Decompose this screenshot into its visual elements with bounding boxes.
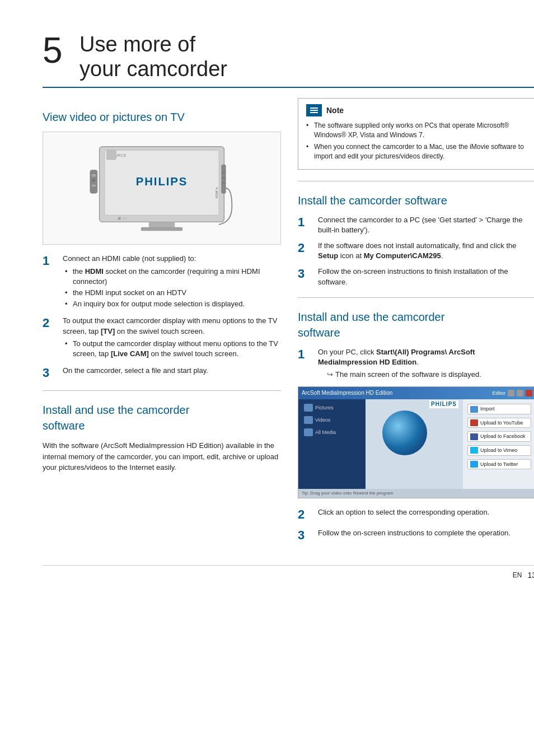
note-bullet-1: The software supplied only works on PCs … bbox=[306, 121, 528, 140]
install-use-intro: With the software (ArcSoft MediaImpressi… bbox=[43, 440, 281, 473]
chapter-number: 5 bbox=[43, 32, 71, 68]
note-bullet-2: When you connect the camcorder to a Mac,… bbox=[306, 142, 528, 161]
tv-step-1-bullets: the HDMI socket on the camcorder (requir… bbox=[65, 267, 281, 310]
page-footer-number: 13 bbox=[527, 570, 534, 581]
tv-step-1-bullet-1: the HDMI socket on the camcorder (requir… bbox=[65, 267, 281, 287]
tv-step-1: 1 Connect an HDMI cable (not supplied) t… bbox=[43, 254, 281, 310]
sw-sidebar-videos: Videos bbox=[302, 415, 362, 425]
install-use-step-2-number: 2 bbox=[298, 507, 313, 522]
tv-step-1-content: Connect an HDMI cable (not supplied) to:… bbox=[63, 254, 281, 310]
install-use-step-3: 3 Follow the on-screen instructions to c… bbox=[298, 528, 534, 543]
sw-vimeo-btn[interactable]: Upload to Vimeo bbox=[467, 445, 531, 456]
sw-philips-logo: PHILIPS bbox=[429, 400, 458, 408]
tv-step-2-bullet-1: To output the camcorder display without … bbox=[65, 339, 281, 359]
sw-facebook-icon bbox=[470, 433, 478, 440]
note-bullets: The software supplied only works on PCs … bbox=[306, 121, 528, 161]
sw-twitter-btn[interactable]: Upload to Twitter bbox=[467, 459, 531, 470]
install-use-step-2: 2 Click an option to select the correspo… bbox=[298, 507, 534, 522]
note-box: Note The software supplied only works on… bbox=[298, 98, 534, 169]
svg-text:PHILIPS: PHILIPS bbox=[136, 176, 188, 188]
note-icon-lines bbox=[310, 108, 318, 113]
install-step-1-number: 1 bbox=[298, 215, 313, 230]
install-step-3-number: 3 bbox=[298, 267, 313, 281]
svg-rect-15 bbox=[92, 185, 96, 187]
sw-sidebar-videos-icon bbox=[304, 416, 313, 424]
sw-body: Pictures Videos All Media PHIL bbox=[298, 399, 534, 498]
sw-facebook-btn[interactable]: Upload to Facebook bbox=[467, 431, 531, 442]
install-step-3: 3 Follow the on-screen instructions to f… bbox=[298, 267, 534, 287]
tv-svg: PHILIPS SOURCE HDMI In bbox=[89, 138, 235, 239]
software-screenshot: ArcSoft MediaImpression HD Edition Edito… bbox=[298, 386, 534, 498]
tv-step-1-number: 1 bbox=[43, 254, 58, 268]
install-step-2: 2 If the software does not install autom… bbox=[298, 241, 534, 261]
sw-sidebar: Pictures Videos All Media bbox=[298, 399, 366, 498]
sw-vimeo-icon bbox=[470, 447, 478, 454]
install-step-2-number: 2 bbox=[298, 241, 313, 255]
install-step-1: 1 Connect the camcorder to a PC (see 'Ge… bbox=[298, 215, 534, 235]
sw-youtube-icon bbox=[470, 419, 478, 426]
tv-illustration: PHILIPS SOURCE HDMI In bbox=[43, 132, 281, 245]
svg-rect-6 bbox=[141, 227, 182, 231]
install-use-step-1-content: On your PC, click Start\(All) Programs\ … bbox=[318, 347, 534, 380]
tv-step-2: 2 To output the exact camcorder display … bbox=[43, 316, 281, 360]
tv-step-2-content: To output the exact camcorder display wi… bbox=[63, 316, 281, 360]
sw-sidebar-allmedia-icon bbox=[304, 428, 313, 436]
sw-sidebar-pictures: Pictures bbox=[302, 403, 362, 413]
sw-youtube-btn[interactable]: Upload to YouTube bbox=[467, 418, 531, 428]
install-step-2-content: If the software does not install automat… bbox=[318, 241, 534, 261]
sw-titlebar-right: Editor bbox=[492, 390, 532, 397]
svg-text:▣: ▣ bbox=[118, 216, 121, 220]
svg-text:HDMI In: HDMI In bbox=[215, 188, 218, 199]
page-footer: EN 13 bbox=[43, 565, 534, 581]
sw-main: PHILIPS bbox=[366, 399, 463, 498]
section-install-use-heading: Install and use the camcorder software bbox=[43, 402, 281, 433]
install-use-step-1-sub: The main screen of the software is displ… bbox=[318, 370, 534, 380]
note-title: Note bbox=[326, 105, 344, 116]
install-use-right-heading: Install and use the camcorder software bbox=[298, 309, 534, 340]
sw-close-btn bbox=[526, 390, 532, 396]
tv-step-3-number: 3 bbox=[43, 366, 58, 380]
tv-step-1-bullet-3: An inquiry box for output mode selection… bbox=[65, 299, 281, 309]
sw-globe bbox=[382, 410, 427, 455]
sw-twitter-icon bbox=[470, 461, 478, 468]
svg-point-14 bbox=[92, 179, 96, 183]
note-icon bbox=[306, 104, 322, 116]
left-column: View video or pictures on TV PHILIPS SOU… bbox=[43, 98, 281, 481]
install-use-step-3-content: Follow the on-screen instructions to com… bbox=[318, 528, 534, 538]
section-divider-3 bbox=[298, 297, 534, 298]
sw-import-btn[interactable]: Import bbox=[467, 404, 531, 414]
svg-rect-4 bbox=[107, 151, 116, 160]
right-column: Note The software supplied only works on… bbox=[298, 98, 534, 548]
section-divider-2 bbox=[298, 181, 534, 181]
install-step-3-content: Follow the on-screen instructions to fin… bbox=[318, 267, 534, 287]
install-step-1-content: Connect the camcorder to a PC (see 'Get … bbox=[318, 215, 534, 235]
section-divider-1 bbox=[43, 390, 281, 391]
page-footer-lang: EN bbox=[513, 571, 522, 580]
svg-rect-13 bbox=[92, 174, 96, 177]
sw-min-btn bbox=[508, 390, 514, 396]
svg-text:□□: □□ bbox=[123, 216, 127, 220]
tv-step-1-bullet-2: the HDMI input socket on an HDTV bbox=[65, 288, 281, 298]
tv-step-3: 3 On the camcorder, select a file and st… bbox=[43, 366, 281, 380]
chapter-title: Use more of your camcorder bbox=[79, 32, 227, 81]
section-view-tv-heading: View video or pictures on TV bbox=[43, 109, 281, 125]
install-use-step-2-content: Click an option to select the correspond… bbox=[318, 507, 534, 517]
sw-import-icon bbox=[470, 406, 478, 413]
chapter-heading: 5 Use more of your camcorder bbox=[43, 32, 534, 88]
sw-max-btn bbox=[517, 390, 523, 396]
install-use-step-1: 1 On your PC, click Start\(All) Programs… bbox=[298, 347, 534, 380]
install-use-step-3-number: 3 bbox=[298, 528, 313, 543]
page-layout: View video or pictures on TV PHILIPS SOU… bbox=[43, 98, 534, 548]
tv-step-3-content: On the camcorder, select a file and star… bbox=[63, 366, 281, 376]
tv-step-2-number: 2 bbox=[43, 316, 58, 330]
sw-sidebar-pictures-icon bbox=[304, 404, 313, 412]
install-use-step-1-number: 1 bbox=[298, 347, 313, 362]
sw-sidebar-allmedia: All Media bbox=[302, 427, 362, 437]
sw-bottom-bar: Tip: Drag your video onto Rewind the pro… bbox=[298, 489, 534, 498]
sw-right-panel: Import Upload to YouTube Upload to Faceb… bbox=[463, 399, 534, 498]
tv-step-2-bullets: To output the camcorder display without … bbox=[65, 339, 281, 359]
svg-rect-7 bbox=[222, 165, 226, 194]
install-camcorder-heading: Install the camcorder software bbox=[298, 193, 534, 208]
note-header: Note bbox=[306, 104, 528, 116]
sw-titlebar: ArcSoft MediaImpression HD Edition Edito… bbox=[298, 387, 534, 399]
